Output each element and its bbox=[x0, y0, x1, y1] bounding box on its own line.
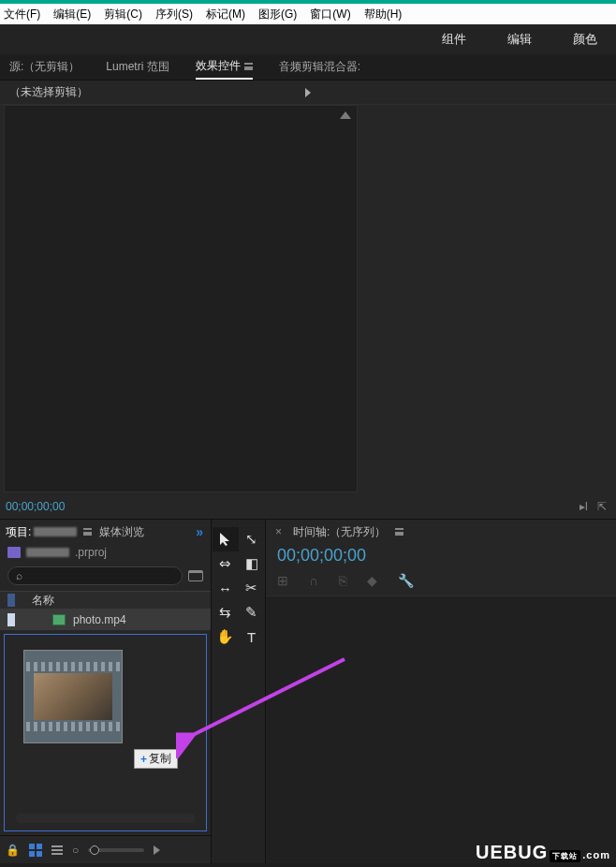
no-clip-label: （未选择剪辑） bbox=[9, 84, 305, 100]
magnet-icon[interactable]: ∩ bbox=[309, 573, 318, 588]
watermark-brand: UEBUG bbox=[476, 842, 548, 863]
caret-right-icon[interactable] bbox=[305, 88, 607, 97]
rate-stretch-tool[interactable]: ↔ bbox=[213, 576, 239, 600]
menu-edit[interactable]: 编辑(E) bbox=[53, 7, 91, 22]
timeline-toolbar: ⊞ ∩ ⎘ ◆ 🔧 bbox=[266, 567, 616, 594]
project-file-icon bbox=[7, 547, 21, 558]
project-file-row: .prproj bbox=[0, 544, 211, 561]
timeline-body[interactable] bbox=[266, 595, 616, 863]
project-panel: 项目: 媒体浏览 » .prproj ⌕ 名称 photo.mp4 bbox=[0, 519, 211, 863]
tab-audio-mixer[interactable]: 音频剪辑混合器: bbox=[279, 59, 360, 79]
search-icon: ⌕ bbox=[16, 569, 22, 582]
menu-marker[interactable]: 标记(M) bbox=[206, 7, 245, 22]
workspace-editing[interactable]: 编辑 bbox=[507, 31, 532, 48]
clip-thumbnail[interactable] bbox=[23, 650, 123, 743]
tool-palette: ⤡ ⇔ ◧ ↔ ✂ ⇆ ✎ ✋ T bbox=[211, 519, 265, 863]
menu-window[interactable]: 窗口(W) bbox=[310, 7, 350, 22]
header-marker bbox=[7, 594, 15, 607]
project-footer: 🔒 ○ bbox=[0, 835, 211, 863]
menu-graphics[interactable]: 图形(G) bbox=[258, 7, 297, 22]
redacted-text bbox=[34, 527, 77, 536]
source-tabs: 源:（无剪辑） Lumetri 范围 效果控件 音频剪辑混合器: bbox=[0, 54, 616, 81]
lock-icon[interactable]: 🔒 bbox=[6, 844, 20, 857]
scrollbar[interactable] bbox=[16, 814, 195, 823]
linked-selection-icon[interactable]: ⎘ bbox=[339, 573, 346, 588]
list-view-button[interactable] bbox=[51, 845, 63, 855]
film-strip-icon bbox=[26, 662, 120, 671]
wrench-icon[interactable]: 🔧 bbox=[398, 573, 414, 588]
rolling-edit-tool[interactable]: ◧ bbox=[239, 551, 265, 576]
project-file-suffix: .prproj bbox=[75, 546, 107, 559]
new-bin-icon[interactable] bbox=[188, 570, 203, 581]
video-file-icon bbox=[52, 614, 66, 625]
zoom-slider[interactable] bbox=[88, 848, 144, 852]
play-icon[interactable] bbox=[154, 845, 160, 855]
search-input[interactable]: ⌕ bbox=[7, 566, 183, 585]
timeline-timecode[interactable]: 00;00;00;00 bbox=[266, 544, 616, 567]
menu-clip[interactable]: 剪辑(C) bbox=[104, 7, 142, 22]
selection-tool[interactable] bbox=[213, 527, 239, 551]
project-item-name: photo.mp4 bbox=[73, 613, 126, 626]
snap-icon[interactable]: ⊞ bbox=[277, 573, 288, 588]
tab-project-label: 项目: bbox=[6, 524, 31, 540]
tab-source[interactable]: 源:（无剪辑） bbox=[9, 59, 80, 79]
close-icon[interactable]: × bbox=[275, 525, 282, 538]
workspace-assembly[interactable]: 组件 bbox=[442, 31, 466, 48]
copy-button[interactable]: + 复制 bbox=[134, 749, 178, 769]
project-list-header: 名称 bbox=[0, 591, 211, 610]
watermark-tld: .com bbox=[582, 849, 610, 860]
menu-file[interactable]: 文件(F) bbox=[4, 7, 40, 22]
effect-controls-header: （未选择剪辑） bbox=[0, 81, 616, 105]
source-timecode[interactable]: 00;00;00;00 bbox=[6, 500, 65, 513]
export-frame-icon[interactable]: ⇱ bbox=[597, 500, 607, 513]
effect-controls-panel: （未选择剪辑） 00;00;00;00 ▸I ⇱ bbox=[0, 81, 616, 519]
hand-tool[interactable]: ✋ bbox=[213, 625, 239, 649]
film-strip-icon bbox=[26, 722, 120, 731]
plus-icon: + bbox=[140, 753, 147, 766]
workspace-color[interactable]: 颜色 bbox=[573, 31, 597, 48]
row-marker bbox=[7, 613, 15, 626]
panel-menu-icon[interactable] bbox=[395, 528, 403, 536]
marker-icon[interactable]: ◆ bbox=[367, 573, 377, 588]
track-select-tool[interactable]: ⤡ bbox=[239, 527, 265, 551]
razor-tool[interactable]: ✂ bbox=[239, 576, 265, 600]
zoom-out-icon[interactable]: ○ bbox=[72, 844, 79, 857]
type-tool[interactable]: T bbox=[239, 625, 265, 649]
slip-tool[interactable]: ⇆ bbox=[213, 600, 239, 625]
menu-bar: 文件(F) 编辑(E) 剪辑(C) 序列(S) 标记(M) 图形(G) 窗口(W… bbox=[0, 4, 616, 24]
watermark: UEBUG 下载站 .com bbox=[476, 842, 610, 863]
workspace-bar: 组件 编辑 颜色 bbox=[0, 24, 616, 54]
tab-effect-controls-label: 效果控件 bbox=[196, 58, 241, 74]
panel-menu-icon[interactable] bbox=[244, 63, 253, 70]
project-item-row[interactable]: photo.mp4 bbox=[0, 610, 211, 630]
tab-effect-controls[interactable]: 效果控件 bbox=[196, 58, 253, 80]
menu-sequence[interactable]: 序列(S) bbox=[155, 7, 193, 22]
copy-button-label: 复制 bbox=[149, 751, 171, 767]
menu-help[interactable]: 帮助(H) bbox=[364, 7, 403, 22]
project-tabs: 项目: 媒体浏览 » bbox=[0, 520, 211, 544]
header-name[interactable]: 名称 bbox=[32, 593, 54, 609]
pen-tool[interactable]: ✎ bbox=[239, 600, 265, 625]
panel-menu-icon[interactable] bbox=[83, 528, 92, 536]
redacted-text bbox=[26, 548, 69, 557]
icon-view-button[interactable] bbox=[29, 844, 42, 857]
tab-lumetri[interactable]: Lumetri 范围 bbox=[106, 59, 169, 79]
effect-controls-body bbox=[4, 105, 358, 492]
triangle-up-icon bbox=[340, 111, 351, 119]
timeline-tabs: × 时间轴:（无序列） bbox=[266, 520, 616, 544]
step-forward-icon[interactable]: ▸I bbox=[579, 500, 588, 513]
tab-media-browser[interactable]: 媒体浏览 bbox=[99, 524, 144, 540]
ripple-edit-tool[interactable]: ⇔ bbox=[213, 551, 239, 576]
timeline-panel: × 时间轴:（无序列） 00;00;00;00 ⊞ ∩ ⎘ ◆ 🔧 bbox=[265, 519, 616, 863]
tab-project[interactable]: 项目: bbox=[6, 524, 92, 540]
thumbnail-image bbox=[34, 673, 112, 720]
watermark-badge: 下载站 bbox=[550, 850, 580, 862]
tab-timeline[interactable]: 时间轴:（无序列） bbox=[293, 524, 386, 540]
project-selection-box: + 复制 bbox=[4, 634, 207, 831]
expand-panel-icon[interactable]: » bbox=[196, 524, 203, 539]
